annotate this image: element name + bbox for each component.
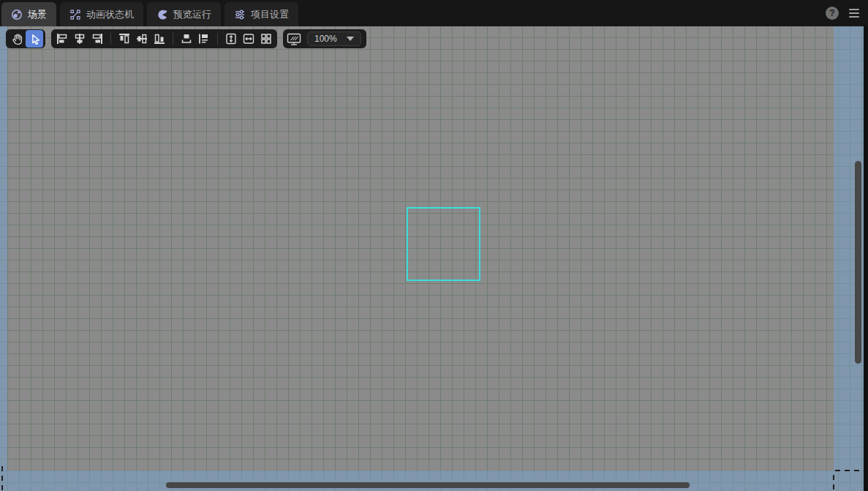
toolbar-separator	[217, 33, 218, 45]
tab-preview-run[interactable]: 预览运行	[147, 2, 221, 26]
tool-group-align	[51, 29, 277, 48]
hand-tool-button[interactable]	[8, 30, 26, 48]
design-bounds-dashed-bottom	[835, 470, 864, 471]
distribute-horizontal-button[interactable]	[195, 30, 213, 48]
hand-icon	[11, 33, 23, 45]
tabbar-actions: ?	[826, 0, 859, 26]
align-top-icon	[118, 32, 131, 45]
align-middle-vertical-icon	[135, 32, 148, 45]
vertical-scrollbar[interactable]	[855, 161, 861, 364]
top-tab-bar: 场景 动画状态机 预览运行	[0, 0, 868, 26]
stretch-horizontal-button[interactable]	[240, 30, 257, 48]
toolbar-separator	[110, 33, 111, 45]
stretch-horizontal-icon	[242, 32, 255, 45]
align-top-button[interactable]	[116, 30, 133, 48]
stretch-vertical-button[interactable]	[222, 30, 240, 48]
cursor-icon	[29, 33, 41, 45]
selected-node-rect[interactable]	[407, 207, 480, 281]
tab-label: 动画状态机	[86, 8, 134, 21]
out-of-design-area-left	[0, 26, 7, 471]
tab-project-settings[interactable]: 项目设置	[224, 2, 298, 26]
tool-group-pointer	[6, 29, 45, 48]
tab-scene[interactable]: 场景	[1, 2, 56, 26]
screen-fit-button[interactable]	[285, 30, 303, 48]
align-middle-vertical-button[interactable]	[133, 30, 151, 48]
align-right-button[interactable]	[88, 30, 106, 48]
distribute-horizontal-icon	[197, 32, 211, 45]
zoom-level-value: 100%	[314, 34, 337, 44]
toolbar-separator	[173, 33, 173, 45]
align-center-horizontal-icon	[73, 32, 86, 45]
align-left-icon	[56, 32, 69, 45]
tool-group-zoom: 100%	[283, 29, 366, 48]
horizontal-scrollbar[interactable]	[166, 482, 690, 488]
layout-grid-icon	[260, 32, 273, 45]
align-bottom-icon	[153, 32, 166, 45]
scene-sphere-icon	[11, 9, 23, 20]
align-bottom-button[interactable]	[151, 30, 168, 48]
scene-canvas[interactable]: 100%	[0, 26, 864, 491]
tab-label: 场景	[28, 8, 47, 21]
design-bounds-dashed-left	[1, 466, 3, 491]
stretch-vertical-icon	[224, 32, 238, 45]
preview-run-icon	[156, 9, 168, 20]
menu-icon[interactable]	[849, 9, 859, 18]
zoom-level-dropdown[interactable]: 100%	[307, 31, 361, 46]
tab-label: 项目设置	[251, 8, 289, 21]
align-center-horizontal-button[interactable]	[71, 30, 88, 48]
state-machine-icon	[69, 9, 81, 20]
editor-window: 场景 动画状态机 预览运行	[0, 0, 868, 491]
align-left-button[interactable]	[53, 30, 71, 48]
design-bounds-dashed-right	[833, 475, 834, 491]
distribute-vertical-icon	[180, 32, 193, 45]
align-right-icon	[91, 32, 104, 45]
distribute-vertical-button[interactable]	[178, 30, 195, 48]
project-settings-icon	[234, 9, 246, 20]
layout-grid-button[interactable]	[257, 30, 275, 48]
select-tool-button[interactable]	[26, 30, 43, 48]
chevron-down-icon	[347, 37, 354, 41]
tab-label: 预览运行	[173, 8, 211, 21]
scene-toolbar: 100%	[6, 29, 366, 48]
help-icon[interactable]: ?	[826, 7, 839, 20]
tab-animation-state-machine[interactable]: 动画状态机	[60, 2, 143, 26]
screen-fit-icon	[286, 32, 302, 46]
